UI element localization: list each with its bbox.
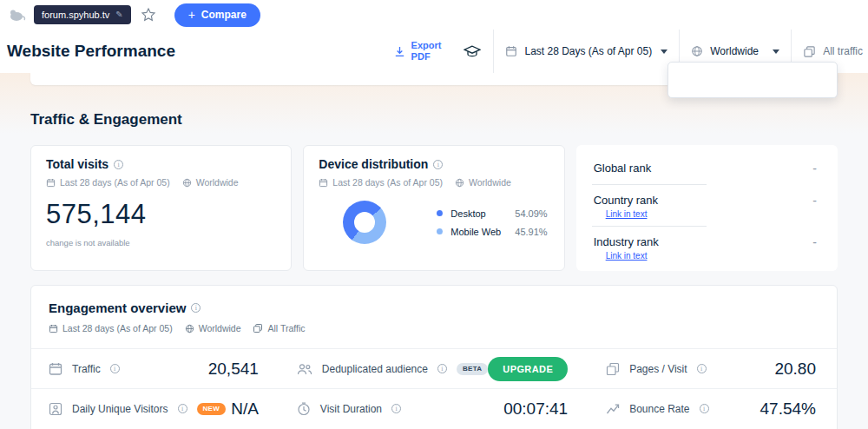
global-rank-row: Global rank - xyxy=(592,153,822,185)
device-distribution-geo: Worldwide xyxy=(469,177,511,188)
device-legend: Desktop 54.09% Mobile Web 45.91% xyxy=(437,208,547,237)
traffic-value: 20,541 xyxy=(208,360,259,379)
calendar-icon xyxy=(505,45,517,57)
site-favicon-icon xyxy=(9,8,26,22)
deduplicated-audience-label: Deduplicated audience xyxy=(322,363,428,375)
clock-icon xyxy=(297,402,311,416)
industry-rank-row: Industry rank Link in text - xyxy=(592,227,822,268)
device-donut-chart xyxy=(343,201,386,244)
engagement-traffic: All Traffic xyxy=(267,323,305,333)
country-rank-row: Country rank Link in text - xyxy=(592,185,822,227)
topbar: forum.spyhub.tv ✎ + Compare xyxy=(0,0,868,30)
traffic-label: Traffic xyxy=(72,363,101,375)
date-filter[interactable]: Last 28 Days (As of Apr 05) xyxy=(494,30,679,73)
rank-card: Global rank - Country rank Link in text … xyxy=(576,145,838,271)
metric-pages-per-visit: Pages / Visit 20.80 xyxy=(589,348,837,388)
visitor-icon xyxy=(49,402,62,416)
metric-visit-duration: Visit Duration 00:07:41 xyxy=(279,388,589,428)
device-distribution-card: Device distribution Last 28 days (As of … xyxy=(303,145,564,271)
info-icon[interactable] xyxy=(110,364,120,373)
domain-label: forum.spyhub.tv xyxy=(42,10,109,20)
traffic-icon xyxy=(49,362,62,376)
engagement-overview-card: Engagement overview Last 28 days (As of … xyxy=(30,285,838,429)
total-visits-value: 575,144 xyxy=(46,199,276,230)
global-rank-label: Global rank xyxy=(594,162,651,175)
open-dropdown-panel[interactable] xyxy=(667,62,838,98)
total-visits-title: Total visits xyxy=(46,157,108,171)
total-visits-card: Total visits Last 28 days (As of Apr 05)… xyxy=(30,145,292,271)
desktop-dot-icon xyxy=(437,210,443,216)
academy-icon[interactable] xyxy=(451,45,493,58)
pages-per-visit-label: Pages / Visit xyxy=(629,363,687,375)
info-icon[interactable] xyxy=(700,404,709,413)
audience-icon xyxy=(297,363,312,375)
country-rank-link[interactable]: Link in text xyxy=(594,209,648,219)
compare-label: Compare xyxy=(201,9,247,21)
domain-pill[interactable]: forum.spyhub.tv ✎ xyxy=(34,5,131,24)
visit-duration-value: 00:07:41 xyxy=(503,399,568,419)
download-icon xyxy=(393,45,406,58)
daily-unique-visitors-value: N/A xyxy=(231,399,259,419)
date-filter-label: Last 28 Days (As of Apr 05) xyxy=(524,45,652,57)
metric-deduplicated-audience: Deduplicated audience BETA UPGRADE xyxy=(279,348,589,388)
desktop-label: Desktop xyxy=(450,208,510,219)
upgrade-button[interactable]: UPGRADE xyxy=(488,357,568,381)
bounce-rate-label: Bounce Rate xyxy=(629,403,689,415)
mobile-value: 45.91% xyxy=(515,227,547,237)
info-icon[interactable] xyxy=(191,303,201,313)
legend-item-mobile: Mobile Web 45.91% xyxy=(437,227,547,237)
bounce-rate-icon xyxy=(606,402,620,416)
metric-bounce-rate: Bounce Rate 47.54% xyxy=(589,388,837,428)
pages-icon xyxy=(606,362,620,376)
content-area: Traffic & Engagement Total visits Last 2… xyxy=(0,73,868,429)
total-visits-geo: Worldwide xyxy=(196,177,239,188)
country-rank-value: - xyxy=(812,194,820,208)
calendar-icon xyxy=(319,178,328,188)
globe-icon xyxy=(182,178,192,188)
info-icon[interactable] xyxy=(178,404,187,413)
page-title: Website Performance xyxy=(7,42,175,61)
metric-traffic: Traffic 20,541 xyxy=(31,348,279,388)
info-icon[interactable] xyxy=(437,364,447,373)
engagement-title: Engagement overview xyxy=(49,300,186,315)
mobile-label: Mobile Web xyxy=(450,227,510,237)
info-icon[interactable] xyxy=(114,160,123,169)
total-visits-date: Last 28 days (As of Apr 05) xyxy=(60,177,170,188)
visit-duration-label: Visit Duration xyxy=(320,403,382,415)
calendar-icon xyxy=(49,324,58,333)
globe-icon xyxy=(691,45,703,57)
export-pdf-button[interactable]: Export PDF xyxy=(383,40,452,62)
beta-badge: BETA xyxy=(457,363,488,375)
industry-rank-link[interactable]: Link in text xyxy=(594,251,648,261)
global-rank-value: - xyxy=(812,162,820,175)
info-icon[interactable] xyxy=(391,404,401,413)
chevron-down-icon xyxy=(773,50,779,54)
engagement-geo: Worldwide xyxy=(199,323,241,333)
compare-button[interactable]: + Compare xyxy=(174,3,260,27)
export-label-line1: Export xyxy=(411,40,442,50)
info-icon[interactable] xyxy=(697,364,707,373)
industry-rank-label: Industry rank xyxy=(594,235,659,248)
metric-daily-unique-visitors: Daily Unique Visitors NEW N/A xyxy=(31,388,279,428)
calendar-icon xyxy=(46,178,56,188)
info-icon[interactable] xyxy=(433,160,443,169)
globe-icon xyxy=(455,178,464,188)
edit-icon[interactable]: ✎ xyxy=(115,10,122,19)
export-label-line2: PDF xyxy=(411,51,431,62)
country-rank-label: Country rank xyxy=(594,194,658,207)
plus-icon: + xyxy=(188,8,195,22)
globe-icon xyxy=(185,324,194,333)
desktop-value: 54.09% xyxy=(515,208,547,219)
pages-per-visit-value: 20.80 xyxy=(774,360,816,379)
traffic-channels-icon xyxy=(803,45,816,58)
total-visits-note: change is not available xyxy=(46,238,276,248)
engagement-date: Last 28 days (As of Apr 05) xyxy=(62,323,173,333)
star-icon[interactable] xyxy=(141,7,156,23)
device-distribution-date: Last 28 days (As of Apr 05) xyxy=(332,177,443,188)
traffic-filter-label: All traffic xyxy=(823,45,863,57)
chevron-down-icon xyxy=(661,50,667,54)
daily-unique-visitors-label: Daily Unique Visitors xyxy=(72,403,168,415)
new-badge: NEW xyxy=(197,403,227,415)
summary-cards-row: Total visits Last 28 days (As of Apr 05)… xyxy=(30,145,838,271)
traffic-channels-icon xyxy=(253,323,263,333)
